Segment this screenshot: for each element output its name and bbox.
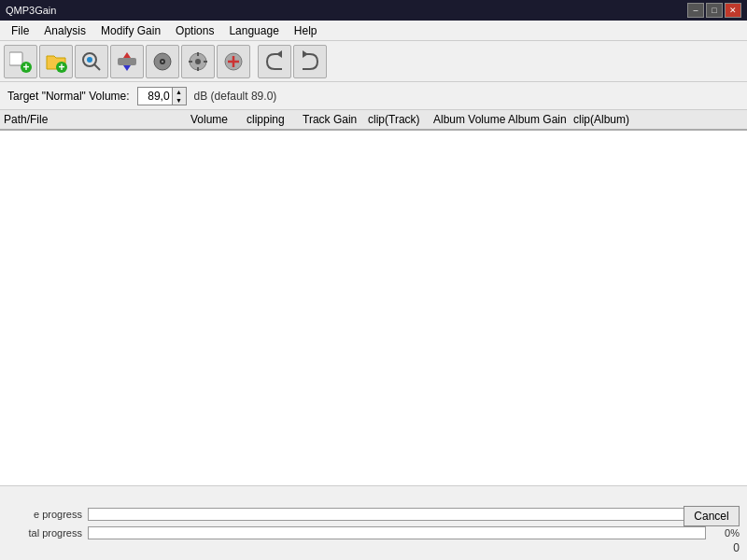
file-progress-bar <box>88 508 706 521</box>
volume-input[interactable] <box>138 88 172 105</box>
col-clipping: clipping <box>247 113 303 126</box>
volume-spinners: ▲ ▼ <box>172 88 186 105</box>
add-files-button[interactable]: + <box>4 45 37 78</box>
total-progress-pct: 0% <box>712 527 740 539</box>
total-progress-bar <box>88 526 706 539</box>
col-album-volume: Album Volume <box>433 113 508 126</box>
volume-row: Target "Normal" Volume: ▲ ▼ dB (default … <box>0 82 747 110</box>
volume-up-button[interactable]: ▲ <box>173 88 186 96</box>
file-progress-label: e progress <box>7 509 82 520</box>
menu-analysis[interactable]: Analysis <box>36 22 93 39</box>
redo-button[interactable] <box>293 45 327 78</box>
bottom-bar: e progress 0% tal progress 0% Cancel 0 <box>0 485 747 560</box>
maximize-button[interactable]: □ <box>706 3 723 18</box>
track-gain-button[interactable] <box>110 45 144 78</box>
col-path-file: Path/File <box>4 113 190 126</box>
svg-point-13 <box>195 59 201 64</box>
total-progress-row: tal progress 0% <box>7 526 740 539</box>
svg-point-11 <box>162 61 163 63</box>
menu-language[interactable]: Language <box>221 22 286 39</box>
col-volume: Volume <box>190 113 247 126</box>
undo-button[interactable] <box>258 45 291 78</box>
volume-down-button[interactable]: ▼ <box>173 96 186 105</box>
close-button[interactable]: ✕ <box>725 3 741 18</box>
cancel-button[interactable]: Cancel <box>684 506 740 526</box>
options-toolbar-button[interactable] <box>181 45 215 78</box>
album-gain-button[interactable] <box>146 45 179 78</box>
svg-point-7 <box>87 57 92 63</box>
analyze-button[interactable] <box>75 45 108 78</box>
menu-file[interactable]: File <box>4 22 36 39</box>
col-track-gain: Track Gain <box>303 113 368 126</box>
title-bar: QMP3Gain – □ ✕ <box>0 0 747 21</box>
menu-options[interactable]: Options <box>168 22 221 39</box>
volume-unit: dB (default 89.0) <box>194 90 277 103</box>
svg-text:+: + <box>22 61 29 73</box>
volume-input-wrap: ▲ ▼ <box>137 87 187 105</box>
svg-marker-22 <box>303 50 308 58</box>
column-header-row: Path/File Volume clipping Track Gain cli… <box>0 110 747 131</box>
col-clip-track: clip(Track) <box>368 113 433 126</box>
col-clip-album: clip(Album) <box>573 113 639 126</box>
svg-rect-0 <box>9 52 22 65</box>
add-folder-button[interactable]: + <box>39 45 73 78</box>
svg-marker-21 <box>276 50 282 58</box>
col-album-gain: Album Gain <box>508 113 573 126</box>
settings-button[interactable] <box>217 45 250 78</box>
toolbar: + + <box>0 41 747 82</box>
svg-text:+: + <box>58 61 64 73</box>
app-window: QMP3Gain – □ ✕ File Analysis Modify Gain… <box>0 0 747 560</box>
svg-line-6 <box>94 64 100 70</box>
app-title: QMP3Gain <box>6 5 56 16</box>
menu-help[interactable]: Help <box>287 22 325 39</box>
svg-rect-8 <box>118 58 136 65</box>
bottom-right-number: 0 <box>733 541 740 554</box>
minimize-button[interactable]: – <box>687 3 704 18</box>
volume-label: Target "Normal" Volume: <box>7 90 130 103</box>
menu-bar: File Analysis Modify Gain Options Langua… <box>0 21 747 41</box>
total-progress-label: tal progress <box>7 527 82 539</box>
menu-modify-gain[interactable]: Modify Gain <box>93 22 168 39</box>
file-progress-row: e progress 0% <box>7 508 740 521</box>
window-controls: – □ ✕ <box>687 3 741 18</box>
